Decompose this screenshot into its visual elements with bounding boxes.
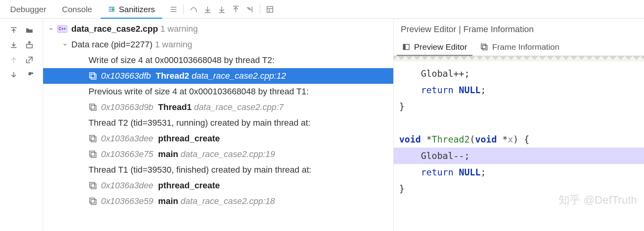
- stack-message-row[interactable]: Write of size 4 at 0x000103668048 by thr…: [43, 52, 393, 68]
- race-warning-count: 1 warning: [155, 38, 192, 51]
- run-to-cursor-icon[interactable]: [243, 3, 257, 16]
- frames-icon: [480, 43, 488, 51]
- tab-sanitizers[interactable]: Sanitizers: [101, 0, 162, 18]
- tree-race-row[interactable]: Data race (pid=2277) 1 warning: [43, 37, 393, 52]
- stack-frame-icon: [89, 72, 97, 80]
- collapse-bottom-icon[interactable]: [7, 38, 20, 52]
- frame-function: Thread1: [158, 101, 192, 114]
- frame-function: pthread_create: [158, 179, 220, 192]
- toolbar-group: [167, 3, 277, 16]
- svg-rect-27: [91, 74, 96, 79]
- frame-address: 0x103663e59: [101, 195, 153, 208]
- svg-rect-41: [483, 45, 487, 50]
- file-warning-count: 1 warning: [161, 22, 198, 36]
- svg-rect-42: [481, 44, 486, 49]
- fold-indicator: [394, 56, 644, 61]
- step-over-icon[interactable]: [187, 3, 200, 16]
- code-line: Global++;: [399, 69, 470, 79]
- message-text: Write of size 4 at 0x000103668048 by thr…: [89, 54, 275, 67]
- frame-location: data_race_case2.cpp:12: [192, 69, 286, 83]
- message-text: Thread T1 (tid=39530, finished) created …: [89, 163, 311, 177]
- code-preview[interactable]: Global++; return NULL; } void *Thread2(v…: [394, 61, 644, 231]
- code-line: return NULL;: [399, 167, 486, 177]
- svg-rect-35: [91, 184, 96, 189]
- stack-frame-icon: [89, 197, 97, 206]
- chevron-down-icon[interactable]: [47, 25, 55, 33]
- chevron-down-icon[interactable]: [61, 41, 69, 49]
- code-line: return NULL;: [399, 85, 486, 95]
- folder-icon[interactable]: [23, 23, 36, 37]
- stack-frame-row[interactable]: 0x103663e75 main data_race_case2.cpp:19: [43, 146, 393, 162]
- message-text: Previous write of size 4 at 0x0001036680…: [89, 85, 309, 98]
- tab-console[interactable]: Console: [55, 0, 99, 18]
- stack-message-row[interactable]: Previous write of size 4 at 0x0001036680…: [43, 84, 393, 99]
- up-arrow-icon[interactable]: [7, 53, 20, 67]
- svg-line-25: [28, 57, 32, 61]
- force-step-into-icon[interactable]: [215, 3, 228, 16]
- panel-icon: [402, 43, 410, 51]
- stack-message-row[interactable]: Thread T1 (tid=39530, finished) created …: [43, 162, 393, 178]
- tab-preview-editor[interactable]: Preview Editor: [397, 38, 472, 56]
- stack-frame-row[interactable]: 0x1036a3dee pthread_create: [43, 178, 393, 193]
- frame-address: 0x1036a3dee: [101, 132, 153, 145]
- separator: [260, 4, 260, 14]
- frame-location: data_race_case2.cpp:7: [194, 101, 284, 114]
- sanitizer-tree[interactable]: C++ data_race_case2.cpp 1 warning Data r…: [43, 19, 393, 231]
- stack-frame-icon: [89, 150, 97, 159]
- svg-rect-30: [90, 104, 95, 109]
- step-out-icon[interactable]: [229, 3, 242, 16]
- svg-rect-2: [109, 11, 115, 12]
- svg-rect-33: [91, 152, 96, 157]
- svg-rect-32: [90, 135, 95, 141]
- layout-icon[interactable]: [167, 3, 180, 16]
- top-tab-bar: Debugger Console Sanitizers: [0, 0, 644, 19]
- svg-rect-31: [91, 137, 96, 142]
- code-line: void *Thread2(void *x) {: [399, 134, 529, 144]
- stack-frame-row[interactable]: 0x103663dfb Thread2 data_race_case2.cpp:…: [43, 68, 393, 84]
- stack-frame-icon: [89, 103, 97, 112]
- frame-function: main: [158, 195, 178, 208]
- separator: [183, 4, 184, 14]
- sanitizer-icon: [108, 5, 116, 13]
- frame-address: 0x1036a3dee: [101, 179, 153, 192]
- code-line: }: [399, 101, 405, 112]
- export-icon[interactable]: [23, 38, 36, 52]
- race-label: Data race (pid=2277): [71, 38, 152, 51]
- tree-file-row[interactable]: C++ data_race_case2.cpp 1 warning: [43, 21, 393, 37]
- main-area: C++ data_race_case2.cpp 1 warning Data r…: [0, 19, 644, 231]
- frame-function: main: [158, 148, 178, 161]
- code-line: Global--;: [394, 148, 644, 164]
- collapse-top-icon[interactable]: [7, 23, 20, 37]
- down-arrow-icon[interactable]: [7, 68, 20, 81]
- tab-label: Frame Information: [492, 42, 559, 52]
- tab-label: Console: [62, 5, 92, 14]
- evaluate-icon[interactable]: [263, 3, 277, 16]
- svg-rect-40: [403, 44, 406, 49]
- frame-function: pthread_create: [158, 132, 220, 145]
- stack-frame-row[interactable]: 0x1036a3dee pthread_create: [43, 131, 393, 146]
- tab-frame-information[interactable]: Frame Information: [475, 38, 565, 56]
- tab-label: Sanitizers: [119, 5, 155, 14]
- file-name: data_race_case2.cpp: [71, 22, 158, 36]
- stack-frame-icon: [89, 181, 97, 190]
- frame-address: 0x103663dfb: [101, 69, 151, 83]
- stack-frame-icon: [89, 134, 97, 143]
- frame-location: data_race_case2.cpp:18: [181, 195, 275, 208]
- svg-rect-28: [90, 73, 95, 78]
- stack-frame-row[interactable]: 0x103663e59 main data_race_case2.cpp:18: [43, 193, 393, 209]
- stack-frame-row[interactable]: 0x103663d9b Thread1 data_race_case2.cpp:…: [43, 99, 393, 115]
- svg-rect-36: [90, 182, 95, 188]
- svg-rect-15: [267, 6, 273, 12]
- tab-label: Preview Editor: [414, 42, 467, 52]
- svg-rect-0: [109, 7, 115, 8]
- stack-message-row[interactable]: Thread T2 (tid=39531, running) created b…: [43, 115, 393, 131]
- popout-icon[interactable]: [23, 53, 36, 67]
- step-into-icon[interactable]: [201, 3, 214, 16]
- left-gutter: [0, 19, 43, 231]
- wrench-icon[interactable]: [23, 68, 36, 81]
- tab-debugger[interactable]: Debugger: [3, 0, 53, 18]
- svg-rect-29: [91, 105, 96, 110]
- cpp-file-icon: C++: [57, 25, 67, 33]
- right-panel-title: Preview Editor | Frame Information: [394, 19, 644, 38]
- frame-address: 0x103663e75: [101, 148, 153, 161]
